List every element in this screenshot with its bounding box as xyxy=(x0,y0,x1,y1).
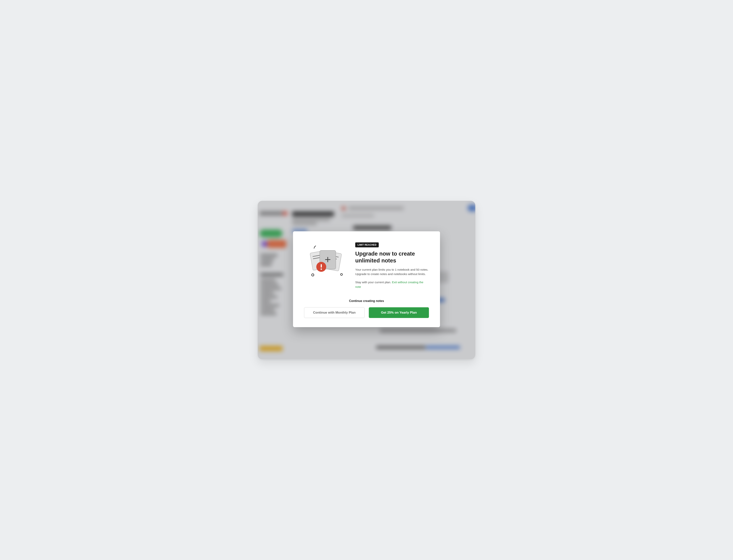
modal-overlay: LIMIT REACHED Upgrade now to create unli… xyxy=(258,201,475,359)
get-yearly-button[interactable]: Get 25% on Yearly Plan xyxy=(369,307,429,318)
svg-rect-10 xyxy=(321,264,322,268)
stay-row: Stay with your current plan. Exit withou… xyxy=(355,280,429,289)
svg-point-12 xyxy=(341,274,342,275)
limit-reached-badge: LIMIT REACHED xyxy=(355,242,379,247)
continue-monthly-button[interactable]: Continue with Monthly Plan xyxy=(304,307,365,318)
app-window: LIMIT REACHED Upgrade now to create unli… xyxy=(258,201,475,359)
modal-body: Your current plan limits you to 1 notebo… xyxy=(355,267,429,276)
upgrade-modal: LIMIT REACHED Upgrade now to create unli… xyxy=(293,231,440,327)
svg-point-11 xyxy=(321,269,322,270)
notes-limit-illustration xyxy=(304,242,346,279)
continue-creating-heading: Continue creating notes xyxy=(304,299,429,303)
modal-headline: Upgrade now to create unlimited notes xyxy=(355,250,429,264)
stay-prefix: Stay with your current plan. xyxy=(355,281,392,284)
